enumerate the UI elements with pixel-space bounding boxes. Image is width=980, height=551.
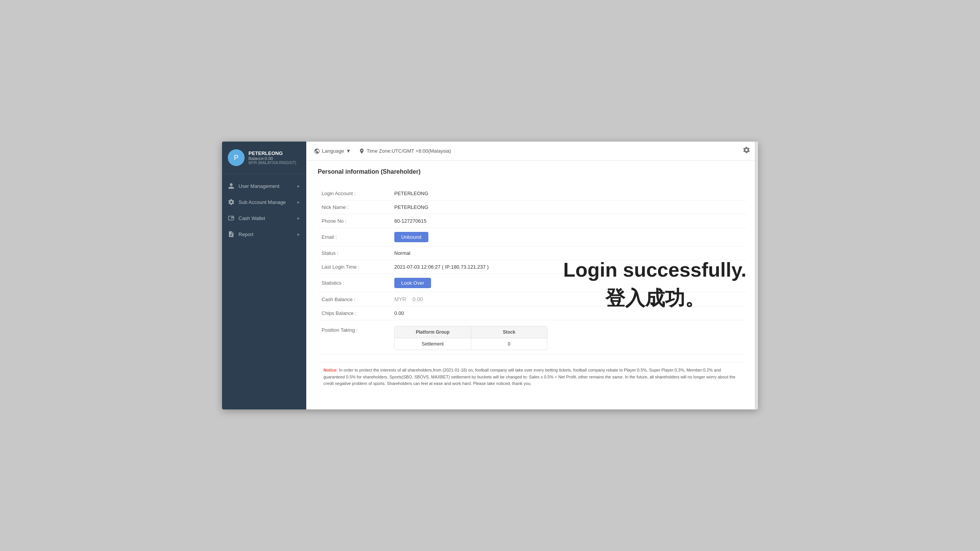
settings-icon	[228, 199, 235, 205]
profile-name: PETERLEONG	[248, 150, 296, 156]
cash-currency: MYR	[394, 296, 406, 302]
value-nick-name: PETERLEONG	[394, 204, 428, 210]
globe-icon	[314, 148, 320, 154]
profile-currency: MYR (MALAYSIA RINGGIT)	[248, 161, 296, 165]
label-nick-name: Nick Name :	[318, 204, 394, 210]
value-last-login-time: 2021-07-03 12:06:27 ( IP:180.73.121.237 …	[394, 264, 488, 270]
field-statistics: Statistics : Look Over	[318, 274, 746, 292]
value-login-account: PETERLEONG	[394, 191, 428, 196]
page-title: Personal information (Shareholder)	[318, 168, 746, 179]
main-content: Language ▼ Time Zone:UTC/GMT +8:00(Malay…	[306, 142, 758, 409]
nav-label-user-management: User Management	[238, 183, 279, 189]
nav-label-report: Report	[238, 231, 253, 237]
label-phone-no: Phone No :	[318, 218, 394, 224]
value-phone-no: 60-127270615	[394, 218, 426, 224]
field-status: Status : Normal	[318, 246, 746, 260]
avatar: P	[228, 149, 245, 166]
wallet-icon	[228, 215, 235, 222]
language-selector[interactable]: Language ▼	[314, 148, 351, 154]
position-table: Platform Group Stock Settlement 0	[394, 326, 547, 350]
label-email: Email :	[318, 234, 394, 240]
position-cell-stock-value: 0	[471, 338, 547, 350]
timezone-display: Time Zone:UTC/GMT +8:00(Malaysia)	[359, 148, 451, 154]
label-chips-balance: Chips Balance :	[318, 310, 394, 316]
label-statistics: Statistics :	[318, 280, 394, 286]
label-position-taking: Position Taking :	[318, 324, 394, 333]
look-over-button[interactable]: Look Over	[394, 278, 431, 288]
sidebar-item-sub-account-manage[interactable]: Sub Account Manage ►	[222, 194, 306, 210]
nav-label-cash-wallet: Cash Wallet	[238, 215, 265, 221]
label-status: Status :	[318, 250, 394, 256]
field-nick-name: Nick Name : PETERLEONG	[318, 201, 746, 214]
language-dropdown-arrow: ▼	[346, 148, 351, 154]
position-table-header: Platform Group Stock	[395, 326, 547, 338]
sidebar-profile: P PETERLEONG Balance:0.00 MYR (MALAYSIA …	[222, 142, 306, 174]
person-icon	[228, 183, 235, 189]
label-cash-balance: Cash Balance :	[318, 297, 394, 302]
nav-arrow-report: ►	[297, 232, 301, 236]
nav-arrow-sub-account: ►	[297, 200, 301, 204]
cash-amount: 0.00	[413, 296, 423, 302]
position-table-row: Settlement 0	[395, 338, 547, 350]
position-col-stock: Stock	[471, 326, 547, 338]
value-cash-balance: MYR 0.00	[394, 296, 425, 302]
nav-arrow-cash-wallet: ►	[297, 216, 301, 220]
language-label: Language	[322, 148, 344, 154]
nav-arrow-user-management: ►	[297, 184, 301, 188]
field-last-login-time: Last Login Time : 2021-07-03 12:06:27 ( …	[318, 260, 746, 274]
app-window: P PETERLEONG Balance:0.00 MYR (MALAYSIA …	[222, 142, 758, 409]
profile-balance: Balance:0.00	[248, 156, 296, 161]
page-content: Personal information (Shareholder) Login…	[306, 161, 758, 409]
settings-button[interactable]	[743, 146, 750, 156]
field-login-account: Login Account : PETERLEONG	[318, 187, 746, 201]
notice-body: In order to protect the interests of all…	[323, 368, 735, 386]
location-icon	[359, 148, 365, 154]
field-email: Email : Unbound	[318, 228, 746, 246]
sidebar-item-user-management[interactable]: User Management ►	[222, 178, 306, 194]
sidebar: P PETERLEONG Balance:0.00 MYR (MALAYSIA …	[222, 142, 306, 409]
field-phone-no: Phone No : 60-127270615	[318, 214, 746, 228]
label-last-login-time: Last Login Time :	[318, 264, 394, 270]
label-login-account: Login Account :	[318, 191, 394, 196]
notice-section: Notice: In order to protect the interest…	[318, 362, 746, 392]
sidebar-item-cash-wallet[interactable]: Cash Wallet ►	[222, 210, 306, 226]
timezone-label: Time Zone:UTC/GMT +8:00(Malaysia)	[367, 148, 451, 154]
profile-info: PETERLEONG Balance:0.00 MYR (MALAYSIA RI…	[248, 150, 296, 165]
notice-label: Notice:	[323, 368, 338, 372]
sidebar-item-report[interactable]: Report ►	[222, 226, 306, 242]
field-chips-balance: Chips Balance : 0.00	[318, 306, 746, 320]
document-icon	[228, 231, 235, 238]
unbound-button[interactable]: Unbound	[394, 232, 428, 242]
position-col-platform-group: Platform Group	[395, 326, 471, 338]
field-cash-balance: Cash Balance : MYR 0.00	[318, 292, 746, 306]
notice-text: Notice: In order to protect the interest…	[323, 367, 741, 387]
position-cell-settlement: Settlement	[395, 338, 471, 350]
field-position-taking: Position Taking : Platform Group Stock S…	[318, 320, 746, 354]
sidebar-nav: User Management ► Sub Account Manage ► C…	[222, 174, 306, 246]
gear-icon	[743, 146, 750, 154]
value-status: Normal	[394, 250, 410, 256]
header: Language ▼ Time Zone:UTC/GMT +8:00(Malay…	[306, 142, 758, 161]
nav-label-sub-account-manage: Sub Account Manage	[238, 199, 286, 205]
value-chips-balance: 0.00	[394, 310, 404, 316]
window-scrollbar[interactable]	[755, 142, 758, 409]
